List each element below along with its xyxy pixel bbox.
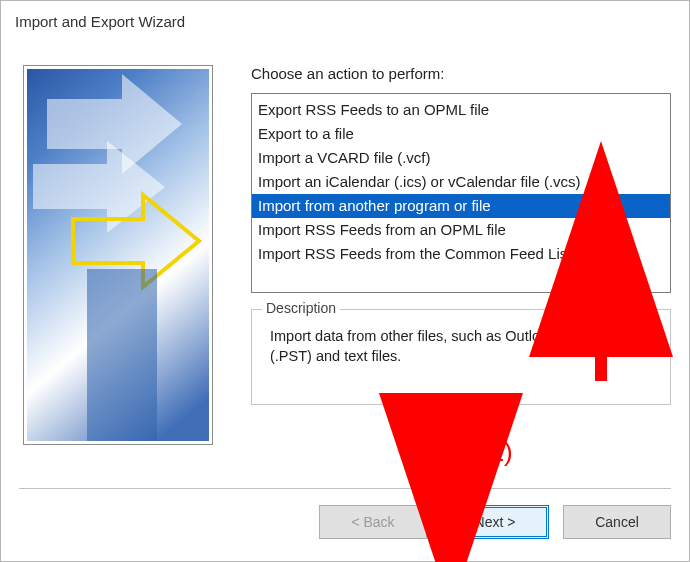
action-list-item[interactable]: Import from another program or file <box>252 194 670 218</box>
action-list-item[interactable]: Import a VCARD file (.vcf) <box>252 146 670 170</box>
separator <box>19 488 671 489</box>
action-list-item[interactable]: Import RSS Feeds from the Common Feed Li… <box>252 242 670 266</box>
action-list-item[interactable]: Export RSS Feeds to an OPML file <box>252 98 670 122</box>
back-button: < Back <box>319 505 427 539</box>
title-bar: Import and Export Wizard <box>1 1 689 41</box>
window-title: Import and Export Wizard <box>15 13 185 30</box>
wizard-window: Import and Export Wizard <box>0 0 690 562</box>
wizard-illustration <box>27 69 209 441</box>
wizard-illustration-frame <box>23 65 213 445</box>
illustration-arrows <box>27 69 209 441</box>
wizard-content: Choose an action to perform: Export RSS … <box>19 51 671 477</box>
action-list-item[interactable]: Import RSS Feeds from an OPML file <box>252 218 670 242</box>
description-text: Import data from other files, such as Ou… <box>252 310 670 376</box>
next-button[interactable]: Next > <box>441 505 549 539</box>
description-legend: Description <box>262 300 340 316</box>
cancel-button[interactable]: Cancel <box>563 505 671 539</box>
description-group: Description Import data from other files… <box>251 309 671 405</box>
button-row: < Back Next > Cancel <box>319 505 671 539</box>
action-list-item[interactable]: Export to a file <box>252 122 670 146</box>
action-prompt: Choose an action to perform: <box>251 65 444 82</box>
action-listbox[interactable]: Export RSS Feeds to an OPML fileExport t… <box>251 93 671 293</box>
svg-rect-3 <box>87 269 157 441</box>
action-list-item[interactable]: Import an iCalendar (.ics) or vCalendar … <box>252 170 670 194</box>
